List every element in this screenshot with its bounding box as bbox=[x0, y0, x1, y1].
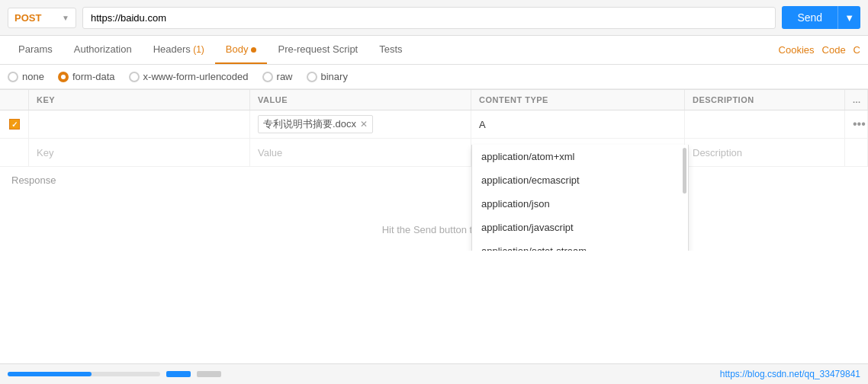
response-content: Hit the Send button to... bbox=[0, 194, 868, 251]
table-area: KEY VALUE CONTENT TYPE DESCRIPTION ... 专… bbox=[0, 89, 868, 167]
body-options: none form-data x-www-form-urlencoded raw… bbox=[0, 65, 868, 89]
file-tag-name: 专利说明书摘要.docx bbox=[263, 117, 356, 131]
tab-authorization[interactable]: Authorization bbox=[63, 36, 143, 64]
response-label: Response bbox=[11, 174, 56, 186]
cookies-link[interactable]: Cookies bbox=[779, 44, 815, 56]
chevron-down-icon: ▼ bbox=[62, 14, 69, 22]
row-description-cell bbox=[685, 110, 845, 138]
radio-binary-circle bbox=[307, 72, 317, 82]
empty-checkbox-cell bbox=[0, 139, 29, 166]
response-hint: Hit the Send button to... bbox=[382, 224, 487, 235]
row-description-input[interactable] bbox=[693, 119, 837, 130]
th-description: DESCRIPTION bbox=[685, 90, 845, 110]
content-type-dropdown: application/atom+xml application/ecmascr… bbox=[471, 145, 689, 251]
tab-right-actions: Cookies Code C bbox=[779, 44, 860, 56]
tab-pre-request-script[interactable]: Pre-request Script bbox=[267, 36, 368, 64]
more-icon[interactable]: ••• bbox=[853, 117, 866, 131]
url-input[interactable] bbox=[82, 7, 776, 29]
empty-description-cell: Description bbox=[685, 139, 845, 166]
radio-urlencoded-circle bbox=[129, 72, 140, 82]
empty-more-cell bbox=[845, 139, 868, 166]
th-value: VALUE bbox=[250, 90, 471, 110]
dropdown-item-3[interactable]: application/javascript bbox=[472, 216, 688, 239]
radio-urlencoded[interactable]: x-www-form-urlencoded bbox=[129, 71, 249, 82]
row-checkbox-cell[interactable] bbox=[0, 110, 29, 138]
file-tag: 专利说明书摘要.docx ✕ bbox=[258, 115, 373, 133]
row-value-cell: 专利说明书摘要.docx ✕ bbox=[250, 110, 471, 138]
radio-raw[interactable]: raw bbox=[262, 71, 293, 82]
dropdown-item-0[interactable]: application/atom+xml bbox=[472, 145, 688, 168]
th-content-type: CONTENT TYPE bbox=[471, 90, 685, 110]
row-key-cell bbox=[29, 110, 250, 138]
radio-form-data-circle bbox=[58, 72, 69, 82]
th-checkbox bbox=[0, 90, 29, 110]
response-area: Response bbox=[0, 167, 868, 194]
tab-bar: Params Authorization Headers (1) Body Pr… bbox=[0, 36, 868, 65]
radio-form-data[interactable]: form-data bbox=[58, 71, 115, 82]
row-more-cell[interactable]: ••• bbox=[845, 110, 868, 138]
dropdown-item-1[interactable]: application/ecmascript bbox=[472, 168, 688, 192]
send-dropdown-button[interactable]: ▼ bbox=[837, 6, 860, 29]
top-bar: POST ▼ Send ▼ bbox=[0, 0, 868, 36]
radio-binary[interactable]: binary bbox=[307, 71, 348, 82]
dropdown-item-4[interactable]: application/octet-stream bbox=[472, 239, 688, 251]
radio-none-circle bbox=[8, 72, 18, 82]
tab-headers[interactable]: Headers (1) bbox=[143, 36, 215, 64]
method-value: POST bbox=[14, 12, 41, 24]
empty-table-row: Key Value Description bbox=[0, 139, 868, 167]
body-dot bbox=[251, 47, 256, 53]
empty-value-cell: Value bbox=[250, 139, 471, 166]
table-row: 专利说明书摘要.docx ✕ ••• bbox=[0, 110, 868, 139]
tab-params[interactable]: Params bbox=[8, 36, 63, 64]
code-link[interactable]: Code bbox=[822, 44, 846, 56]
value-placeholder: Value bbox=[258, 147, 282, 158]
table-header: KEY VALUE CONTENT TYPE DESCRIPTION ... bbox=[0, 89, 868, 110]
file-tag-close[interactable]: ✕ bbox=[360, 119, 368, 130]
row-checkbox[interactable] bbox=[9, 119, 20, 130]
row-key-input[interactable] bbox=[37, 119, 242, 130]
scroll-thumb bbox=[683, 148, 686, 194]
tab-body[interactable]: Body bbox=[215, 36, 268, 64]
dropdown-scrollbar[interactable] bbox=[683, 145, 686, 251]
radio-raw-circle bbox=[262, 72, 273, 82]
method-dropdown[interactable]: POST ▼ bbox=[8, 8, 76, 28]
extra-link[interactable]: C bbox=[854, 44, 860, 56]
key-placeholder: Key bbox=[37, 147, 53, 158]
send-button-group: Send ▼ bbox=[782, 6, 860, 29]
desc-placeholder: Description bbox=[693, 147, 742, 158]
row-content-type-cell bbox=[471, 110, 685, 138]
row-content-type-input[interactable] bbox=[479, 119, 677, 130]
tab-tests[interactable]: Tests bbox=[368, 36, 413, 64]
th-more: ... bbox=[845, 90, 868, 110]
dropdown-item-2[interactable]: application/json bbox=[472, 192, 688, 216]
radio-none[interactable]: none bbox=[8, 71, 44, 82]
th-key: KEY bbox=[29, 90, 250, 110]
empty-key-cell: Key bbox=[29, 139, 250, 166]
send-button[interactable]: Send bbox=[782, 6, 837, 29]
